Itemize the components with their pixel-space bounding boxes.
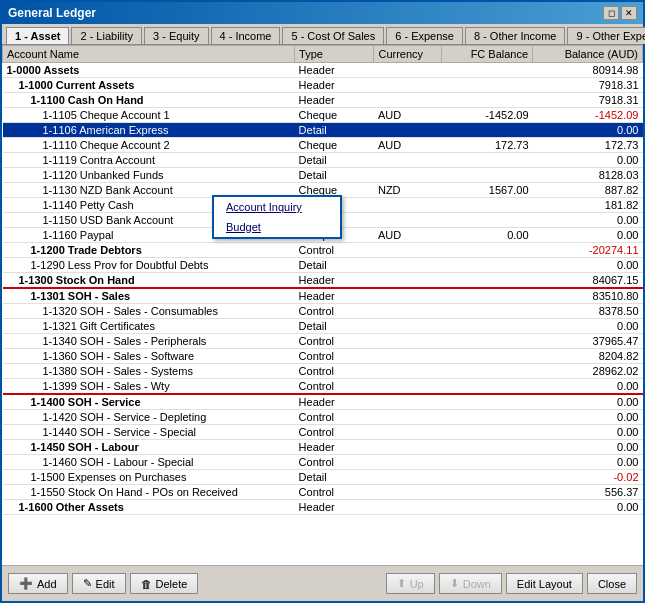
type-cell: Control: [295, 364, 374, 379]
account-name-cell: 1-1320 SOH - Sales - Consumables: [3, 304, 295, 319]
tab-1[interactable]: 2 - Liability: [71, 27, 142, 44]
context-menu-item-1[interactable]: Budget: [214, 217, 340, 237]
col-header-4: Balance (AUD): [533, 46, 643, 63]
tab-3[interactable]: 4 - Income: [211, 27, 281, 44]
edit-button[interactable]: ✎ Edit: [72, 573, 126, 594]
fc-balance-cell: -1452.09: [441, 108, 533, 123]
table-row[interactable]: 1-1340 SOH - Sales - PeripheralsControl3…: [3, 334, 643, 349]
currency-cell: [374, 153, 441, 168]
balance-cell: 0.00: [533, 258, 643, 273]
balance-cell: -20274.11: [533, 243, 643, 258]
restore-button[interactable]: ◻: [603, 6, 619, 20]
type-cell: Control: [295, 349, 374, 364]
table-row[interactable]: 1-1500 Expenses on PurchasesDetail-0.02: [3, 470, 643, 485]
type-cell: Header: [295, 273, 374, 289]
balance-cell: 0.00: [533, 123, 643, 138]
context-menu-item-0[interactable]: Account Inquiry: [214, 197, 340, 217]
close-button-footer[interactable]: Close: [587, 573, 637, 594]
table-row[interactable]: 1-1100 Cash On HandHeader7918.31: [3, 93, 643, 108]
table-row[interactable]: 1-1400 SOH - ServiceHeader0.00: [3, 394, 643, 410]
table-row[interactable]: 1-1450 SOH - LabourHeader0.00: [3, 440, 643, 455]
type-cell: Control: [295, 410, 374, 425]
type-cell: Header: [295, 394, 374, 410]
table-row[interactable]: 1-0000 AssetsHeader80914.98: [3, 63, 643, 78]
add-button[interactable]: ➕ Add: [8, 573, 68, 594]
table-row[interactable]: 1-1301 SOH - SalesHeader83510.80: [3, 288, 643, 304]
account-name-cell: 1-1360 SOH - Sales - Software: [3, 349, 295, 364]
type-cell: Header: [295, 63, 374, 78]
type-cell: Header: [295, 440, 374, 455]
currency-cell: [374, 394, 441, 410]
balance-cell: 8378.50: [533, 304, 643, 319]
currency-cell: [374, 349, 441, 364]
table-row[interactable]: 1-1105 Cheque Account 1ChequeAUD-1452.09…: [3, 108, 643, 123]
table-row[interactable]: 1-1380 SOH - Sales - SystemsControl28962…: [3, 364, 643, 379]
tab-2[interactable]: 3 - Equity: [144, 27, 208, 44]
table-row[interactable]: 1-1000 Current AssetsHeader7918.31: [3, 78, 643, 93]
balance-cell: 0.00: [533, 455, 643, 470]
tab-6[interactable]: 8 - Other Income: [465, 27, 566, 44]
col-header-3: FC Balance: [441, 46, 533, 63]
table-row[interactable]: 1-1321 Gift CertificatesDetail0.00: [3, 319, 643, 334]
table-row[interactable]: 1-1420 SOH - Service - DepletingControl0…: [3, 410, 643, 425]
account-name-cell: 1-1321 Gift Certificates: [3, 319, 295, 334]
col-header-2: Currency: [374, 46, 441, 63]
table-row[interactable]: 1-1300 Stock On HandHeader84067.15: [3, 273, 643, 289]
type-cell: Header: [295, 500, 374, 515]
table-row[interactable]: 1-1320 SOH - Sales - ConsumablesControl8…: [3, 304, 643, 319]
currency-cell: [374, 455, 441, 470]
fc-balance-cell: [441, 304, 533, 319]
table-container[interactable]: Account NameTypeCurrencyFC BalanceBalanc…: [2, 45, 643, 565]
balance-cell: 0.00: [533, 500, 643, 515]
balance-cell: 0.00: [533, 153, 643, 168]
account-name-cell: 1-1000 Current Assets: [3, 78, 295, 93]
currency-cell: [374, 93, 441, 108]
window-title: General Ledger: [8, 6, 96, 20]
up-button[interactable]: ⬆ Up: [386, 573, 435, 594]
delete-button[interactable]: 🗑 Delete: [130, 573, 199, 594]
table-row[interactable]: 1-1460 SOH - Labour - SpecialControl0.00: [3, 455, 643, 470]
account-name-cell: 1-1550 Stock On Hand - POs on Received: [3, 485, 295, 500]
table-row[interactable]: 1-1399 SOH - Sales - WtyControl0.00: [3, 379, 643, 395]
edit-layout-button[interactable]: Edit Layout: [506, 573, 583, 594]
type-cell: Control: [295, 304, 374, 319]
table-row[interactable]: 1-1290 Less Prov for Doubtful DebtsDetai…: [3, 258, 643, 273]
balance-cell: 556.37: [533, 485, 643, 500]
currency-cell: NZD: [374, 183, 441, 198]
balance-cell: 8204.82: [533, 349, 643, 364]
currency-cell: [374, 258, 441, 273]
fc-balance-cell: [441, 213, 533, 228]
down-button[interactable]: ⬇ Down: [439, 573, 502, 594]
close-button[interactable]: ✕: [621, 6, 637, 20]
footer-bar: ➕ Add ✎ Edit 🗑 Delete ⬆ Up ⬇ Down Edit: [2, 565, 643, 601]
tab-5[interactable]: 6 - Expense: [386, 27, 463, 44]
fc-balance-cell: [441, 349, 533, 364]
account-name-cell: 1-0000 Assets: [3, 63, 295, 78]
table-row[interactable]: 1-1360 SOH - Sales - SoftwareControl8204…: [3, 349, 643, 364]
general-ledger-window: General Ledger ◻ ✕ 1 - Asset2 - Liabilit…: [0, 0, 645, 603]
balance-cell: 28962.02: [533, 364, 643, 379]
tab-4[interactable]: 5 - Cost Of Sales: [282, 27, 384, 44]
fc-balance-cell: [441, 334, 533, 349]
table-row[interactable]: 1-1440 SOH - Service - SpecialControl0.0…: [3, 425, 643, 440]
table-row[interactable]: 1-1119 Contra AccountDetail0.00: [3, 153, 643, 168]
table-row[interactable]: 1-1120 Unbanked FundsDetail8128.03: [3, 168, 643, 183]
table-row[interactable]: 1-1110 Cheque Account 2ChequeAUD172.7317…: [3, 138, 643, 153]
tab-0[interactable]: 1 - Asset: [6, 27, 69, 44]
balance-cell: 0.00: [533, 410, 643, 425]
table-row[interactable]: 1-1550 Stock On Hand - POs on ReceivedCo…: [3, 485, 643, 500]
currency-cell: [374, 273, 441, 289]
balance-cell: 83510.80: [533, 288, 643, 304]
up-icon: ⬆: [397, 577, 406, 590]
tab-7[interactable]: 9 - Other Expense: [567, 27, 645, 44]
account-name-cell: 1-1460 SOH - Labour - Special: [3, 455, 295, 470]
table-row[interactable]: 1-1200 Trade DebtorsControl-20274.11: [3, 243, 643, 258]
account-name-cell: 1-1120 Unbanked Funds: [3, 168, 295, 183]
type-cell: Cheque: [295, 108, 374, 123]
title-bar: General Ledger ◻ ✕: [2, 2, 643, 24]
table-row[interactable]: 1-1600 Other AssetsHeader0.00: [3, 500, 643, 515]
balance-cell: 84067.15: [533, 273, 643, 289]
fc-balance-cell: [441, 168, 533, 183]
balance-cell: 172.73: [533, 138, 643, 153]
table-row[interactable]: 1-1106 American ExpressDetail0.00: [3, 123, 643, 138]
